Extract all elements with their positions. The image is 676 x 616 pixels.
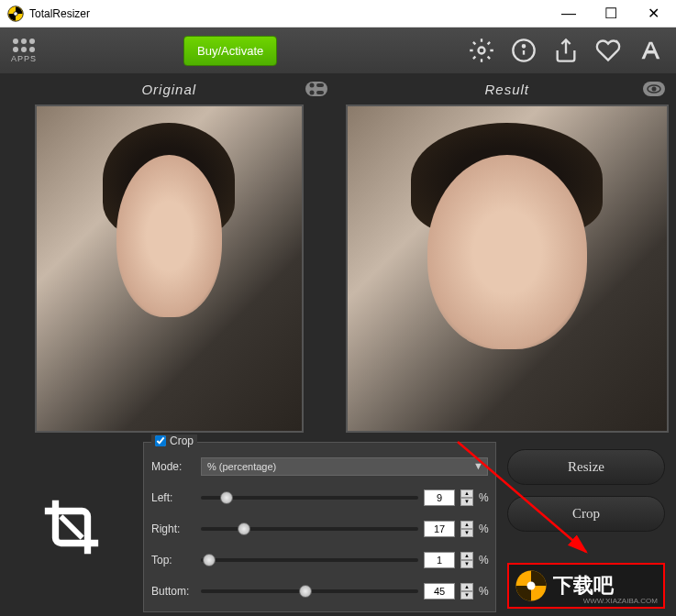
apps-button[interactable]: APPS	[11, 38, 37, 63]
spinner: ▲▼	[460, 583, 473, 600]
share-icon[interactable]	[553, 38, 579, 63]
close-button[interactable]: ✕	[632, 0, 674, 28]
font-icon[interactable]	[637, 38, 665, 63]
slider-thumb[interactable]	[299, 585, 312, 598]
slider-label: Buttom:	[151, 585, 195, 598]
slider-value-input[interactable]	[424, 583, 455, 600]
crop-icon	[39, 495, 104, 559]
spin-up-button[interactable]: ▲	[460, 583, 473, 591]
chevron-down-icon: ▼	[473, 460, 483, 471]
crop-button[interactable]: Crop	[507, 496, 665, 532]
slider-label: Top:	[151, 554, 195, 566]
spinner: ▲▼	[460, 490, 473, 506]
app-icon	[7, 6, 24, 22]
mode-select[interactable]: % (percentage) ▼	[201, 457, 488, 476]
original-panel: Original	[0, 73, 338, 438]
watermark-url: WWW.XIAZAIBA.COM	[583, 597, 658, 605]
slider-label: Right:	[151, 522, 195, 535]
slider-row: Right:▲▼%	[151, 516, 488, 542]
slider-row: Top:▲▼%	[151, 547, 488, 573]
slider-track[interactable]	[201, 496, 418, 500]
slider-thumb[interactable]	[203, 554, 216, 566]
spin-down-button[interactable]: ▼	[460, 560, 473, 568]
svg-point-8	[309, 83, 314, 88]
crop-fieldset: Crop Mode: % (percentage) ▼ Left:▲▼%Righ…	[143, 442, 496, 612]
percent-symbol: %	[479, 554, 488, 566]
actions-area: Resize Crop 下载吧 WWW.XIAZAIBA.COM	[504, 442, 669, 612]
slider-row: Buttom:▲▼%	[151, 578, 488, 604]
apps-label: APPS	[11, 54, 37, 63]
slider-track[interactable]	[201, 558, 418, 562]
percent-symbol: %	[479, 491, 488, 504]
result-header: Result	[346, 79, 670, 99]
svg-point-14	[652, 87, 657, 92]
result-image[interactable]	[346, 104, 670, 433]
minimize-button[interactable]: —	[548, 0, 590, 28]
spin-down-button[interactable]: ▼	[460, 498, 473, 506]
spin-down-button[interactable]: ▼	[460, 591, 473, 600]
slider-track[interactable]	[201, 527, 418, 531]
slider-label: Left:	[151, 491, 195, 504]
percent-symbol: %	[479, 585, 488, 598]
result-panel: Result	[338, 73, 677, 438]
buy-activate-button[interactable]: Buy/Activate	[183, 36, 277, 66]
svg-rect-10	[316, 83, 324, 87]
slider-value-input[interactable]	[424, 490, 455, 506]
original-header: Original	[7, 79, 331, 99]
preview-icon[interactable]	[643, 82, 665, 96]
svg-point-5	[523, 45, 525, 47]
mode-row: Mode: % (percentage) ▼	[151, 454, 488, 479]
crop-checkbox[interactable]	[155, 435, 166, 446]
slider-track[interactable]	[201, 589, 418, 593]
original-image[interactable]	[35, 104, 304, 433]
spin-up-button[interactable]: ▲	[460, 521, 473, 529]
slider-row: Left:▲▼%	[151, 485, 488, 511]
svg-point-1	[14, 11, 18, 16]
resize-button[interactable]: Resize	[507, 449, 665, 485]
spin-up-button[interactable]: ▲	[460, 552, 473, 560]
spin-up-button[interactable]: ▲	[460, 490, 473, 498]
window-title: TotalResizer	[29, 7, 548, 20]
window-controls: — ☐ ✕	[548, 0, 674, 28]
slider-thumb[interactable]	[238, 522, 250, 535]
svg-line-15	[61, 516, 82, 537]
spinner: ▲▼	[460, 521, 473, 537]
slider-thumb[interactable]	[220, 491, 233, 504]
watermark-text: 下载吧	[553, 572, 663, 600]
watermark-icon	[515, 569, 548, 602]
svg-rect-7	[305, 82, 327, 96]
toolbar: APPS Buy/Activate	[0, 28, 676, 73]
heart-icon[interactable]	[595, 38, 621, 63]
svg-point-18	[527, 582, 536, 590]
content-area: Original Result	[0, 73, 676, 616]
svg-rect-11	[316, 91, 324, 94]
bottom-controls: Crop Mode: % (percentage) ▼ Left:▲▼%Righ…	[0, 438, 676, 616]
percent-symbol: %	[479, 522, 488, 535]
maximize-button[interactable]: ☐	[590, 0, 632, 28]
slider-value-input[interactable]	[424, 552, 455, 568]
info-icon[interactable]	[511, 38, 537, 63]
svg-point-2	[479, 48, 485, 54]
crop-icon-area	[7, 442, 136, 612]
compare-toggle-icon[interactable]	[305, 82, 327, 96]
spin-down-button[interactable]: ▼	[460, 529, 473, 537]
settings-icon[interactable]	[469, 38, 494, 63]
image-panels: Original Result	[0, 73, 676, 438]
crop-legend: Crop	[151, 434, 197, 447]
titlebar: TotalResizer — ☐ ✕	[0, 0, 676, 28]
svg-point-9	[309, 91, 314, 95]
watermark-badge: 下载吧 WWW.XIAZAIBA.COM	[507, 563, 665, 609]
mode-label: Mode:	[151, 460, 195, 473]
spinner: ▲▼	[460, 552, 473, 568]
slider-value-input[interactable]	[424, 521, 455, 537]
